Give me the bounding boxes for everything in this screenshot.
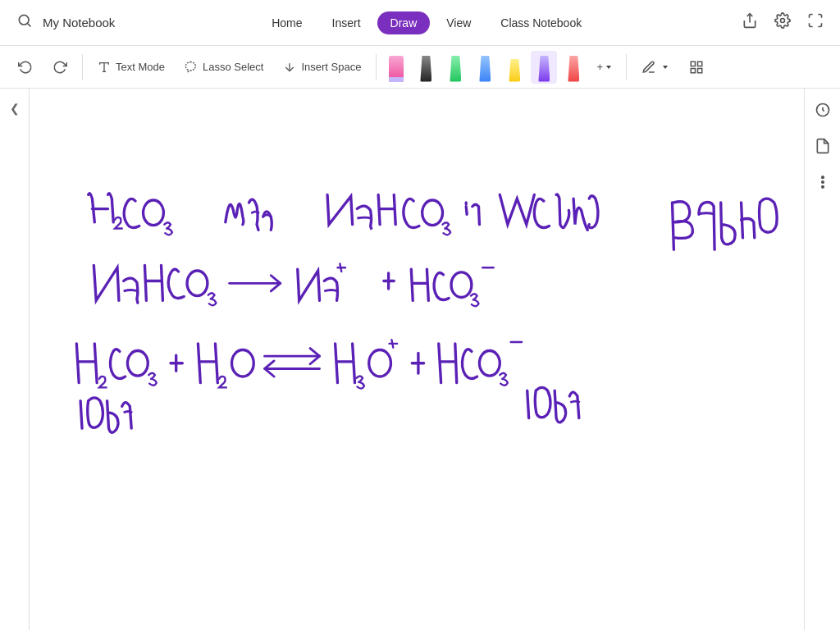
handwriting-canvas bbox=[30, 89, 804, 630]
svg-point-11 bbox=[144, 200, 164, 226]
ink-replay-button[interactable] bbox=[811, 98, 834, 125]
yellow-highlighter-tool[interactable] bbox=[501, 51, 527, 84]
more-pens-button[interactable]: + bbox=[590, 57, 619, 76]
svg-point-13 bbox=[187, 271, 208, 296]
svg-point-21 bbox=[369, 350, 391, 377]
svg-rect-7 bbox=[691, 62, 695, 66]
ink-to-text-button[interactable] bbox=[633, 55, 678, 80]
search-button[interactable] bbox=[13, 9, 36, 36]
top-nav: Home Insert Draw View Class Notebook bbox=[258, 11, 595, 34]
shapes-button[interactable] bbox=[681, 55, 712, 80]
share-button[interactable] bbox=[738, 9, 761, 36]
nav-view[interactable]: View bbox=[433, 11, 484, 34]
more-options-button[interactable] bbox=[811, 171, 834, 197]
canvas-area[interactable] bbox=[30, 89, 804, 630]
svg-point-22 bbox=[479, 350, 500, 376]
svg-point-3 bbox=[781, 19, 785, 23]
text-mode-label: Text Mode bbox=[116, 61, 165, 73]
draw-toolbar: Text Mode Lasso Select Insert Space bbox=[0, 46, 840, 89]
nav-insert[interactable]: Insert bbox=[319, 11, 374, 34]
insert-space-label: Insert Space bbox=[301, 61, 361, 73]
right-toolbar bbox=[804, 89, 840, 630]
top-bar-right bbox=[738, 9, 827, 36]
svg-point-24 bbox=[821, 176, 824, 179]
divider-1 bbox=[82, 54, 83, 80]
nav-class-notebook[interactable]: Class Notebook bbox=[487, 11, 595, 34]
svg-point-25 bbox=[821, 181, 824, 184]
redo-button[interactable] bbox=[44, 55, 75, 80]
top-bar: My Notebook Home Insert Draw View Class … bbox=[0, 0, 840, 46]
black-pen-tool[interactable] bbox=[413, 51, 439, 84]
nav-draw[interactable]: Draw bbox=[377, 11, 431, 34]
insert-space-button[interactable]: Insert Space bbox=[275, 56, 369, 79]
text-mode-button[interactable]: Text Mode bbox=[89, 56, 173, 79]
svg-point-12 bbox=[422, 200, 443, 226]
purple-pen-tool[interactable] bbox=[531, 51, 557, 84]
lasso-select-button[interactable]: Lasso Select bbox=[176, 56, 272, 79]
notebook-title: My Notebook bbox=[43, 16, 115, 30]
blue-pen-tool[interactable] bbox=[472, 51, 498, 84]
red-pen-tool[interactable] bbox=[560, 51, 587, 84]
sidebar-arrow: ❮ bbox=[10, 102, 20, 115]
eraser-tool[interactable] bbox=[383, 51, 409, 84]
svg-rect-10 bbox=[691, 68, 695, 72]
sticky-note-button[interactable] bbox=[811, 135, 834, 161]
svg-rect-9 bbox=[698, 68, 702, 72]
top-bar-left: My Notebook bbox=[13, 9, 115, 36]
divider-2 bbox=[376, 54, 377, 80]
svg-point-0 bbox=[19, 15, 29, 25]
svg-line-1 bbox=[28, 24, 31, 27]
svg-rect-8 bbox=[698, 62, 702, 66]
page-area: ❮ bbox=[0, 89, 840, 630]
more-pens-icon: + bbox=[596, 61, 603, 73]
lasso-select-label: Lasso Select bbox=[203, 61, 263, 73]
svg-point-15 bbox=[451, 272, 472, 298]
svg-point-17 bbox=[127, 350, 148, 376]
svg-point-18 bbox=[232, 350, 254, 377]
divider-3 bbox=[626, 54, 627, 80]
nav-home[interactable]: Home bbox=[258, 11, 315, 34]
undo-button[interactable] bbox=[10, 55, 41, 80]
svg-point-26 bbox=[821, 186, 824, 189]
fullscreen-button[interactable] bbox=[804, 9, 827, 36]
settings-button[interactable] bbox=[771, 9, 794, 36]
green-pen-tool[interactable] bbox=[442, 51, 468, 84]
sidebar-toggle[interactable]: ❮ bbox=[0, 89, 30, 630]
